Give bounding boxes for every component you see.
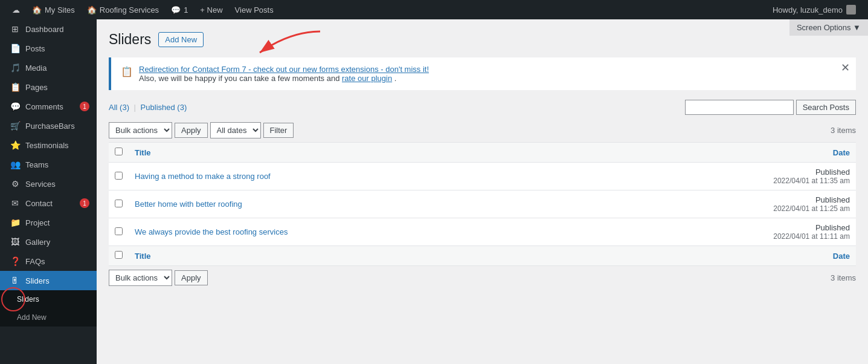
adminbar-logo[interactable]: ☁	[6, 0, 26, 19]
sidebar-item-project[interactable]: 📁 Project	[0, 213, 97, 232]
sliders-icon: 🎚	[10, 276, 21, 285]
sidebar-item-contact[interactable]: ✉ Contact 1	[0, 193, 97, 213]
filter-button[interactable]: Filter	[263, 123, 294, 138]
post-title-link-2[interactable]: Better home with better roofing	[135, 200, 242, 209]
bulk-actions-select-bottom[interactable]: Bulk actions	[109, 270, 172, 286]
page-header: Sliders Add New	[109, 31, 856, 48]
adminbar-new[interactable]: + New	[194, 0, 228, 19]
sidebar-item-comments[interactable]: 💬 Comments 1	[0, 97, 97, 116]
adminbar-view-posts[interactable]: View Posts	[229, 0, 280, 19]
sidebar-item-sliders[interactable]: 🎚 Sliders	[0, 271, 97, 290]
adminbar-user[interactable]: Howdy, luzuk_demo	[767, 0, 862, 19]
select-all-checkbox-bottom[interactable]	[115, 251, 123, 259]
date-value-3: 2022/04/01 at 11:11 am	[608, 232, 850, 241]
date-status-3: Published	[608, 223, 850, 232]
wp-logo-icon: ☁	[12, 5, 20, 15]
date-status-2: Published	[608, 195, 850, 204]
posts-icon: 📄	[10, 44, 21, 53]
all-dates-select[interactable]: All dates	[210, 122, 261, 138]
pages-icon: 📋	[10, 82, 21, 92]
row-title-1: Having a method to make a strong roof	[129, 163, 602, 190]
search-posts-wrap: Search Posts	[685, 100, 856, 115]
dashboard-icon: ⊞	[10, 24, 21, 34]
row-checkbox-3[interactable]	[109, 218, 129, 246]
sliders-item-wrap: 🎚 Sliders Sliders Add New	[0, 271, 97, 327]
adminbar-site[interactable]: 🏠 Roofing Services	[81, 0, 165, 19]
post-title-link-3[interactable]: We always provide the best roofing servi…	[135, 227, 288, 236]
gallery-icon: 🖼	[10, 237, 21, 247]
testimonials-icon: ⭐	[10, 140, 21, 150]
sidebar-item-posts[interactable]: 📄 Posts	[0, 39, 97, 58]
mysites-icon: 🏠	[32, 5, 42, 15]
notice-content: Redirection for Contact Form 7 - check o…	[139, 65, 846, 83]
comments-sidebar-icon: 💬	[10, 102, 21, 111]
row-checkbox-2[interactable]	[109, 190, 129, 218]
sidebar-subitem-add-new[interactable]: Add New	[0, 308, 97, 327]
toolbar-top: Bulk actions Apply All dates Filter 3 it…	[109, 119, 856, 142]
contact-badge: 1	[80, 198, 89, 208]
post-title-link-1[interactable]: Having a method to make a strong roof	[135, 172, 271, 181]
rate-plugin-link[interactable]: rate our plugin	[342, 74, 392, 83]
sliders-submenu: Sliders Add New	[0, 290, 97, 327]
row-checkbox-1[interactable]	[109, 163, 129, 190]
apply-button-bottom[interactable]: Apply	[175, 270, 208, 285]
apply-button-top[interactable]: Apply	[175, 123, 208, 138]
filter-published-link[interactable]: Published (3)	[141, 103, 187, 112]
search-posts-button[interactable]: Search Posts	[796, 100, 856, 115]
site-icon: 🏠	[87, 5, 97, 15]
search-input[interactable]	[685, 100, 794, 115]
toolbar-bottom: Bulk actions Apply 3 items	[109, 266, 856, 290]
sidebar-item-media[interactable]: 🎵 Media	[0, 58, 97, 77]
th-checkbox	[109, 143, 129, 163]
row-title-2: Better home with better roofing	[129, 190, 602, 218]
sidebar-item-gallery[interactable]: 🖼 Gallery	[0, 232, 97, 252]
tfoot-checkbox	[109, 246, 129, 266]
add-new-button[interactable]: Add New	[158, 32, 204, 47]
items-count-bottom: 3 items	[831, 273, 856, 282]
comments-badge: 1	[80, 102, 89, 111]
sidebar-item-dashboard[interactable]: ⊞ Dashboard	[0, 19, 97, 39]
user-avatar	[846, 5, 856, 15]
filter-all-link[interactable]: All (3)	[109, 103, 129, 112]
main-content: Sliders Add New 📋 Redirection fo	[97, 19, 868, 364]
adminbar-comments[interactable]: 💬 1	[165, 0, 194, 19]
tfoot-title[interactable]: Title	[129, 246, 602, 266]
sidebar-item-teams[interactable]: 👥 Teams	[0, 155, 97, 174]
sidebar-item-faqs[interactable]: ❓ FAQs	[0, 252, 97, 271]
table-footer-row: Title Date	[109, 246, 856, 266]
notice-close-button[interactable]: ✕	[841, 62, 850, 73]
row-date-2: Published 2022/04/01 at 11:25 am	[602, 190, 856, 218]
services-icon: ⚙	[10, 179, 21, 189]
screen-options-button[interactable]: Screen Options ▼	[789, 19, 868, 36]
notice-icon: 📋	[121, 66, 133, 77]
th-date[interactable]: Date	[602, 143, 856, 163]
sidebar-item-testimonials[interactable]: ⭐ Testimonials	[0, 135, 97, 155]
page-title: Sliders	[109, 31, 151, 48]
filter-links: All (3) | Published (3)	[109, 103, 685, 112]
th-title[interactable]: Title	[129, 143, 602, 163]
adminbar-mysites[interactable]: 🏠 My Sites	[26, 0, 81, 19]
screen-options-wrap: Screen Options ▼	[789, 19, 868, 36]
purchasebars-icon: 🛒	[10, 121, 21, 131]
sidebar-item-services[interactable]: ⚙ Services	[0, 174, 97, 193]
sidebar: ⊞ Dashboard 📄 Posts 🎵 Media 📋 Pages 💬 Co…	[0, 19, 97, 364]
table-header-row: Title Date	[109, 143, 856, 163]
sidebar-item-purchasebars[interactable]: 🛒 PurchaseBars	[0, 116, 97, 135]
tfoot-date[interactable]: Date	[602, 246, 856, 266]
comments-icon: 💬	[171, 5, 181, 15]
media-icon: 🎵	[10, 63, 21, 73]
date-value-1: 2022/04/01 at 11:35 am	[608, 177, 850, 185]
project-icon: 📁	[10, 218, 21, 227]
sidebar-subitem-sliders[interactable]: Sliders	[0, 290, 97, 308]
teams-icon: 👥	[10, 160, 21, 169]
notice-link[interactable]: Redirection for Contact Form 7 - check o…	[139, 65, 429, 74]
faqs-icon: ❓	[10, 256, 21, 266]
sidebar-item-pages[interactable]: 📋 Pages	[0, 77, 97, 97]
date-status-1: Published	[608, 167, 850, 177]
items-count-top: 3 items	[831, 126, 856, 135]
table-row: Better home with better roofing Publishe…	[109, 190, 856, 218]
plugin-notice: 📋 Redirection for Contact Form 7 - check…	[109, 57, 856, 90]
select-all-checkbox-top[interactable]	[115, 148, 123, 155]
bulk-actions-select-top[interactable]: Bulk actions	[109, 122, 172, 138]
row-date-1: Published 2022/04/01 at 11:35 am	[602, 163, 856, 190]
